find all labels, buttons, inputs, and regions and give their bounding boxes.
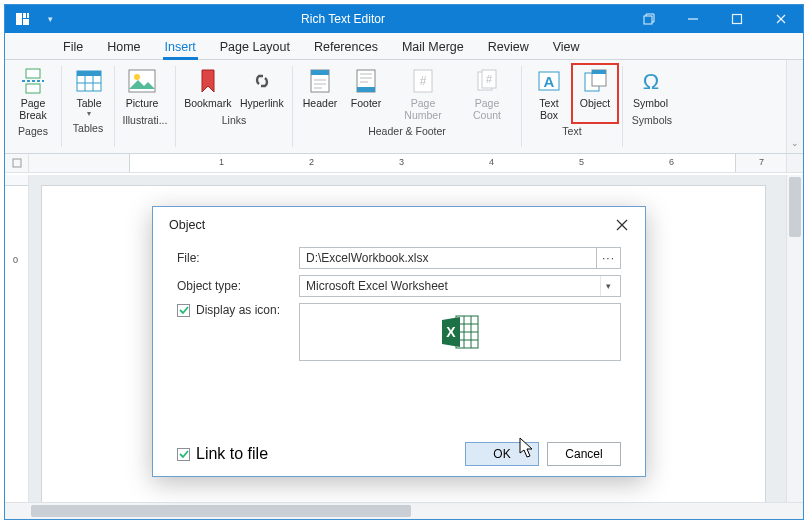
page-number-button[interactable]: # Page Number xyxy=(389,64,457,123)
svg-rect-1 xyxy=(23,13,26,18)
window-title: Rich Text Editor xyxy=(59,12,627,26)
tab-review[interactable]: Review xyxy=(486,36,531,59)
svg-rect-20 xyxy=(311,70,329,75)
table-icon xyxy=(74,66,104,96)
ribbon-tabs: File Home Insert Page Layout References … xyxy=(5,33,803,60)
svg-rect-2 xyxy=(23,19,29,25)
object-dialog: Object File: D:\ExcelWorkbook.xlsx ··· O… xyxy=(152,206,646,477)
tab-view[interactable]: View xyxy=(551,36,582,59)
svg-rect-9 xyxy=(26,69,40,78)
page-count-button[interactable]: # Page Count xyxy=(457,64,517,123)
file-input[interactable]: D:\ExcelWorkbook.xlsx xyxy=(299,247,597,269)
display-as-icon-checkbox[interactable] xyxy=(177,304,190,317)
browse-button[interactable]: ··· xyxy=(597,247,621,269)
page-break-button[interactable]: Page Break xyxy=(9,64,57,123)
svg-rect-6 xyxy=(733,15,742,24)
svg-text:Ω: Ω xyxy=(642,69,658,94)
group-label-header-footer: Header & Footer xyxy=(293,123,521,141)
page-break-icon xyxy=(18,66,48,96)
excel-icon: X xyxy=(438,312,482,352)
file-label: File: xyxy=(177,251,299,265)
hyperlink-button[interactable]: Hyperlink xyxy=(236,64,288,112)
ribbon-collapse[interactable]: ⌄ xyxy=(786,60,803,153)
object-button[interactable]: Object xyxy=(572,64,618,123)
svg-rect-4 xyxy=(644,16,652,24)
group-label-illustrations: Illustrati... xyxy=(115,112,175,130)
object-type-label: Object type: xyxy=(177,279,299,293)
object-icon xyxy=(580,66,610,96)
cancel-button[interactable]: Cancel xyxy=(547,442,621,466)
symbol-button[interactable]: Ω Symbol xyxy=(627,64,674,112)
link-to-file-checkbox[interactable] xyxy=(177,448,190,461)
tab-references[interactable]: References xyxy=(312,36,380,59)
dialog-title: Object xyxy=(169,218,205,232)
picture-button[interactable]: Picture xyxy=(119,64,165,112)
svg-rect-38 xyxy=(592,70,606,74)
svg-rect-25 xyxy=(357,87,375,92)
footer-button[interactable]: Footer xyxy=(343,64,389,123)
bookmark-icon xyxy=(193,66,223,96)
tab-mail-merge[interactable]: Mail Merge xyxy=(400,36,466,59)
horizontal-ruler: 1 2 3 4 5 6 7 xyxy=(5,154,803,173)
group-label-pages: Pages xyxy=(5,123,61,141)
svg-rect-3 xyxy=(27,13,29,18)
svg-text:X: X xyxy=(446,324,456,340)
title-bar: ▾ Rich Text Editor xyxy=(5,5,803,33)
minimize-button[interactable] xyxy=(671,5,715,33)
vertical-ruler: 0 xyxy=(5,175,29,502)
bookmark-button[interactable]: Bookmark xyxy=(180,64,236,112)
page-number-icon: # xyxy=(408,66,438,96)
page-count-icon: # xyxy=(472,66,502,96)
svg-rect-10 xyxy=(26,84,40,93)
display-as-icon-label: Display as icon: xyxy=(196,303,280,317)
ruler-corner xyxy=(5,154,29,172)
link-to-file-label: Link to file xyxy=(196,445,268,463)
chevron-down-icon: ▾ xyxy=(600,276,616,296)
ok-button[interactable]: OK xyxy=(465,442,539,466)
tab-home[interactable]: Home xyxy=(105,36,142,59)
svg-rect-0 xyxy=(16,13,22,25)
header-button[interactable]: Header xyxy=(297,64,343,123)
group-label-text: Text xyxy=(522,123,622,141)
chevron-down-icon: ▾ xyxy=(87,110,91,118)
tab-insert[interactable]: Insert xyxy=(163,36,198,59)
scroll-up[interactable] xyxy=(786,154,803,172)
app-icon xyxy=(5,11,41,27)
group-label-symbols: Symbols xyxy=(623,112,681,130)
group-label-links: Links xyxy=(176,112,292,130)
tab-page-layout[interactable]: Page Layout xyxy=(218,36,292,59)
group-label-tables: Tables xyxy=(62,120,114,138)
tab-file[interactable]: File xyxy=(61,36,85,59)
svg-text:#: # xyxy=(420,74,427,88)
svg-rect-40 xyxy=(13,159,21,167)
dialog-close-button[interactable] xyxy=(609,212,635,238)
picture-icon xyxy=(127,66,157,96)
horizontal-scrollbar[interactable] xyxy=(5,502,803,519)
text-box-icon: A xyxy=(534,66,564,96)
qat-dropdown[interactable]: ▾ xyxy=(41,14,59,24)
header-icon xyxy=(305,66,335,96)
svg-text:A: A xyxy=(544,73,555,90)
svg-text:#: # xyxy=(486,73,493,85)
table-button[interactable]: Table ▾ xyxy=(66,64,112,120)
icon-preview: X xyxy=(299,303,621,361)
symbol-icon: Ω xyxy=(636,66,666,96)
hyperlink-icon xyxy=(247,66,277,96)
ribbon: Page Break Pages Table ▾ Tables xyxy=(5,60,803,154)
object-type-select[interactable]: Microsoft Excel Worksheet ▾ xyxy=(299,275,621,297)
maximize-button[interactable] xyxy=(715,5,759,33)
svg-point-18 xyxy=(134,74,140,80)
text-box-button[interactable]: A Text Box xyxy=(526,64,572,123)
restore-button[interactable] xyxy=(627,5,671,33)
vertical-scrollbar[interactable] xyxy=(786,175,803,502)
footer-icon xyxy=(351,66,381,96)
close-button[interactable] xyxy=(759,5,803,33)
svg-rect-13 xyxy=(77,71,101,76)
